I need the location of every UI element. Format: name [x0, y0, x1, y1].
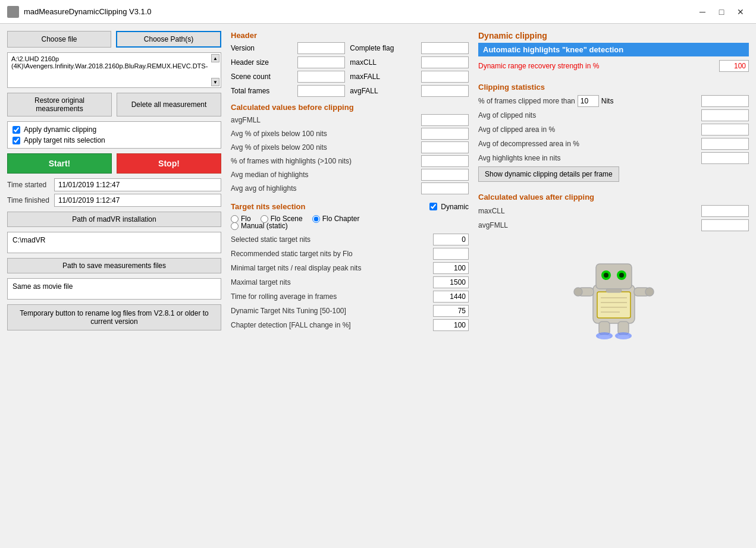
selected-static-label: Selected static target nits [231, 235, 428, 244]
scroll-up-arrow[interactable]: ▲ [211, 54, 219, 62]
apply-dynamic-item[interactable]: Apply dynamic clipping [12, 125, 216, 134]
radio-manual[interactable] [231, 222, 239, 230]
after-maxcll-input[interactable] [701, 205, 749, 217]
choose-file-button[interactable]: Choose file [7, 31, 111, 48]
time-started-input[interactable] [54, 178, 221, 191]
avg-clipped-area-input[interactable] [701, 124, 749, 136]
svg-point-14 [645, 288, 654, 296]
maximal-target-input[interactable] [433, 276, 469, 288]
start-stop-row: Start! Stop! [7, 153, 221, 174]
avg-decompressed-label: Avg of decompressed area in % [478, 140, 697, 148]
apply-dynamic-checkbox[interactable] [12, 126, 20, 134]
time-rolling-label: Time for rolling average in frames [231, 292, 428, 301]
radio-flo-chapter-label: Flo Chapter [322, 215, 360, 223]
after-maxcll-label: maxCLL [478, 207, 697, 215]
minimize-button[interactable]: ─ [694, 4, 711, 20]
file-path-box: A:\2.UHD 2160p (4K)\Avengers.Infinity.Wa… [7, 52, 221, 88]
time-finished-input[interactable] [54, 194, 221, 207]
radio-flo-chapter-item[interactable]: Flo Chapter [312, 215, 360, 223]
avg-pct-200-input[interactable] [421, 141, 469, 153]
apply-target-item[interactable]: Apply target nits selection [12, 136, 216, 144]
total-frames-input[interactable] [297, 85, 345, 97]
path-save-button[interactable]: Path to save measurements files [7, 258, 221, 273]
avg-avg-row: Avg avg of highlights [231, 182, 469, 194]
avg-median-input[interactable] [421, 169, 469, 181]
delete-button[interactable]: Delete all measurement [117, 93, 221, 116]
scene-count-input[interactable] [297, 71, 345, 83]
radio-group-bottom: Manual (static) [231, 222, 469, 230]
time-finished-label: Time finished [7, 196, 49, 204]
madrv-path-text: C:\madVR [12, 236, 45, 244]
svg-point-20 [617, 335, 629, 339]
radio-flo-chapter[interactable] [312, 215, 320, 223]
dynamic-clip-title: Dynamic clipping [478, 31, 749, 40]
recommended-static-input[interactable] [433, 248, 469, 260]
restore-delete-row: Restore original measurements Delete all… [7, 93, 221, 116]
main-content: Choose file Choose Path(s) A:\2.UHD 2160… [0, 24, 756, 548]
scroll-down-arrow[interactable]: ▼ [211, 78, 219, 86]
file-path-text: A:\2.UHD 2160p (4K)\Avengers.Infinity.Wa… [11, 55, 208, 70]
pct-frames-highlights-row: % of frames with highlights (>100 nits) [231, 155, 469, 167]
minimal-target-input[interactable] [433, 262, 469, 274]
svg-rect-1 [596, 264, 632, 289]
version-input[interactable] [297, 42, 345, 54]
clip-stats-title: Clipping statistics [478, 83, 749, 92]
target-nits-section: Target nits selection Dynamic Flo Flo Sc… [231, 202, 469, 331]
svg-rect-21 [606, 289, 622, 292]
window-controls: ─ □ ✕ [694, 4, 749, 20]
radio-manual-item[interactable]: Manual (static) [231, 222, 288, 230]
nits-text: Nits [601, 97, 614, 105]
avg-median-row: Avg median of highlights [231, 169, 469, 181]
avgfmll-label: avgFMLL [231, 116, 416, 124]
avg-clipped-nits-input[interactable] [701, 109, 749, 121]
middle-panel: Header Version Complete flag Header size… [231, 31, 469, 541]
target-nits-header: Target nits selection Dynamic [231, 202, 469, 211]
time-rolling-input[interactable] [433, 291, 469, 303]
header-grid: Version Complete flag Header size maxCLL… [231, 42, 469, 97]
maxcll-header-input[interactable] [421, 56, 469, 68]
choose-paths-button[interactable]: Choose Path(s) [116, 31, 221, 48]
avgfmll-input[interactable] [421, 114, 469, 126]
title-bar: madMeasureDynamicClipping V3.1.0 ─ □ ✕ [0, 0, 756, 24]
avgfall-input[interactable] [421, 85, 469, 97]
maxfall-label: maxFALL [350, 73, 416, 81]
maximize-button[interactable]: □ [713, 4, 730, 20]
avg-decompressed-input[interactable] [701, 138, 749, 150]
start-button[interactable]: Start! [7, 153, 112, 174]
dynamic-tuning-input[interactable] [433, 305, 469, 317]
avg-pct-100-input[interactable] [421, 128, 469, 140]
avg-avg-label: Avg avg of highlights [231, 184, 416, 193]
avg-avg-input[interactable] [421, 182, 469, 194]
pct-frames-label: % of frames clipped more than [478, 97, 575, 105]
avg-clipped-area-label: Avg of clipped area in % [478, 125, 697, 134]
after-avgfmll-input[interactable] [701, 219, 749, 231]
recovery-input[interactable] [719, 60, 749, 72]
show-details-button[interactable]: Show dynamic clipping details per frame [478, 166, 619, 182]
selected-static-input[interactable] [433, 234, 469, 245]
apply-target-checkbox[interactable] [12, 137, 20, 144]
pct-frames-highlights-input[interactable] [421, 155, 469, 167]
avg-highlights-knee-input[interactable] [701, 152, 749, 164]
pct-frames-result-input[interactable] [701, 95, 749, 107]
close-button[interactable]: ✕ [732, 4, 749, 20]
svg-point-5 [619, 273, 624, 278]
apply-dynamic-label: Apply dynamic clipping [24, 125, 96, 134]
maxfall-input[interactable] [421, 71, 469, 83]
scene-count-label: Scene count [231, 73, 293, 81]
rename-button[interactable]: Temporary button to rename log files fro… [7, 304, 221, 330]
avgfmll-row: avgFMLL [231, 114, 469, 126]
header-size-input[interactable] [297, 56, 345, 68]
file-path-scrollbar[interactable]: ▲ ▼ [211, 54, 219, 86]
avg-highlights-knee-label: Avg highlights knee in nits [478, 154, 697, 162]
chapter-detection-input[interactable] [433, 319, 469, 331]
restore-button[interactable]: Restore original measurements [7, 93, 112, 116]
recommended-static-row: Recommended static target nits by Flo [231, 248, 469, 260]
pct-frames-nits-input[interactable] [578, 95, 599, 107]
header-section: Header Version Complete flag Header size… [231, 31, 469, 97]
save-path-text: Same as movie file [12, 282, 73, 291]
complete-flag-input[interactable] [421, 42, 469, 54]
path-madrv-button[interactable]: Path of madVR installation [7, 212, 221, 227]
app-icon [7, 6, 19, 18]
dynamic-checkbox[interactable] [429, 203, 437, 210]
stop-button[interactable]: Stop! [117, 153, 221, 174]
